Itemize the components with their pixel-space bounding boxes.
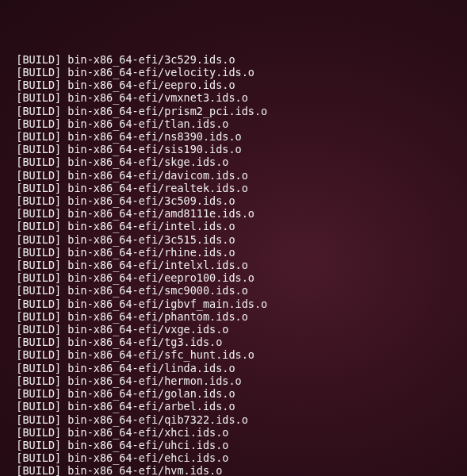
terminal-line: [BUILD] bin-x86_64-efi/ehci.ids.o: [3, 451, 464, 464]
terminal-line: [BUILD] bin-x86_64-efi/linda.ids.o: [3, 362, 464, 374]
terminal-line: [BUILD] bin-x86_64-efi/prism2_pci.ids.o: [3, 105, 464, 117]
terminal-line: [BUILD] bin-x86_64-efi/arbel.ids.o: [3, 400, 464, 413]
terminal-line: [BUILD] bin-x86_64-efi/3c509.ids.o: [3, 194, 464, 207]
terminal-line: [BUILD] bin-x86_64-efi/uhci.ids.o: [3, 439, 464, 451]
terminal-line: [BUILD] bin-x86_64-efi/davicom.ids.o: [3, 169, 464, 182]
terminal-line: [BUILD] bin-x86_64-efi/velocity.ids.o: [3, 66, 464, 79]
terminal-line: [BUILD] bin-x86_64-efi/intelxl.ids.o: [3, 259, 464, 271]
terminal-line: [BUILD] bin-x86_64-efi/eepro100.ids.o: [3, 271, 464, 284]
terminal-line: [BUILD] bin-x86_64-efi/vmxnet3.ids.o: [3, 91, 464, 104]
terminal-line: [BUILD] bin-x86_64-efi/qib7322.ids.o: [3, 413, 464, 426]
terminal-line: [BUILD] bin-x86_64-efi/tlan.ids.o: [3, 117, 464, 130]
terminal-line: [BUILD] bin-x86_64-efi/rhine.ids.o: [3, 246, 464, 259]
terminal-line: [BUILD] bin-x86_64-efi/smc9000.ids.o: [3, 284, 464, 297]
terminal-line: [BUILD] bin-x86_64-efi/vxge.ids.o: [3, 323, 464, 336]
terminal-output: [BUILD] bin-x86_64-efi/3c529.ids.o [BUIL…: [3, 53, 464, 476]
terminal-line: [BUILD] bin-x86_64-efi/phantom.ids.o: [3, 310, 464, 323]
terminal-line: [BUILD] bin-x86_64-efi/ns8390.ids.o: [3, 130, 464, 143]
terminal-line: [BUILD] bin-x86_64-efi/amd8111e.ids.o: [3, 207, 464, 220]
terminal-line: [BUILD] bin-x86_64-efi/igbvf_main.ids.o: [3, 298, 464, 310]
terminal-line: [BUILD] bin-x86_64-efi/tg3.ids.o: [3, 336, 464, 348]
terminal-line: [BUILD] bin-x86_64-efi/hermon.ids.o: [3, 374, 464, 387]
terminal-line: [BUILD] bin-x86_64-efi/sis190.ids.o: [3, 143, 464, 155]
terminal-line: [BUILD] bin-x86_64-efi/xhci.ids.o: [3, 426, 464, 439]
terminal-line: [BUILD] bin-x86_64-efi/golan.ids.o: [3, 387, 464, 400]
terminal-line: [BUILD] bin-x86_64-efi/3c529.ids.o: [3, 53, 464, 66]
terminal-line: [BUILD] bin-x86_64-efi/sfc_hunt.ids.o: [3, 348, 464, 361]
terminal-line: [BUILD] bin-x86_64-efi/realtek.ids.o: [3, 182, 464, 194]
terminal-line: [BUILD] bin-x86_64-efi/skge.ids.o: [3, 155, 464, 168]
terminal-line: [BUILD] bin-x86_64-efi/intel.ids.o: [3, 220, 464, 232]
terminal-line: [BUILD] bin-x86_64-efi/eepro.ids.o: [3, 79, 464, 91]
terminal-line: [BUILD] bin-x86_64-efi/hvm.ids.o: [3, 464, 464, 476]
terminal-line: [BUILD] bin-x86_64-efi/3c515.ids.o: [3, 233, 464, 246]
